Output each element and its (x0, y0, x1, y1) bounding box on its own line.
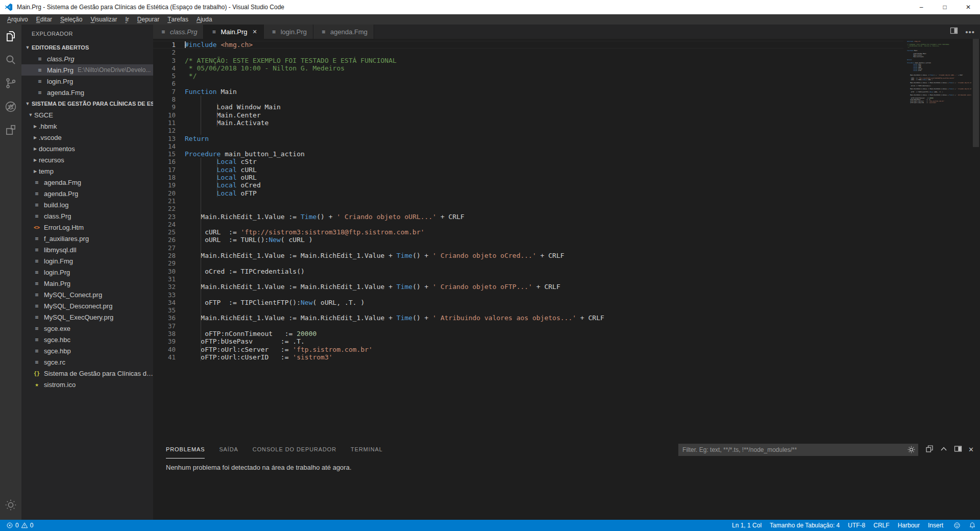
menu-depurar[interactable]: Depurar (133, 14, 163, 25)
code-line[interactable]: 36 Main.RichEdit_1.Value := Main.RichEdi… (153, 314, 903, 322)
file-item[interactable]: ≡login.Prg (21, 267, 153, 278)
code-line[interactable]: 14 (153, 142, 903, 150)
file-item[interactable]: ≡libmysql.dll (21, 244, 153, 255)
code-line[interactable]: 2 (153, 49, 903, 56)
file-item[interactable]: ≡sgce.hbp (21, 345, 153, 356)
file-item[interactable]: ≡agenda.Prg (21, 188, 153, 199)
code-line[interactable]: 32 Main.RichEdit_1.Value := Main.RichEdi… (153, 283, 903, 291)
file-item[interactable]: ≡MySQL_Desconect.prg (21, 300, 153, 311)
code-line[interactable]: 6 (153, 80, 903, 87)
code-line[interactable]: 31 (153, 275, 903, 283)
file-item[interactable]: ≡sgce.exe (21, 323, 153, 334)
code-line[interactable]: 38 oFTP:nConnTimeout := 20000 (153, 330, 903, 337)
file-item[interactable]: {}Sistema de Gestão para Clínicas de... (21, 368, 153, 379)
code-line[interactable]: 8 (153, 95, 903, 103)
code-line[interactable]: 27 (153, 244, 903, 252)
file-item[interactable]: ≡agenda.Fmg (21, 177, 153, 188)
close-tab-icon[interactable]: ✕ (253, 29, 257, 35)
search-icon[interactable] (0, 48, 21, 71)
menu-ajuda[interactable]: Ajuda (192, 14, 216, 25)
menu-editar[interactable]: Editar (32, 14, 56, 25)
tab-login-prg[interactable]: ≡login.Prg (264, 25, 313, 39)
filter-gear-icon[interactable] (907, 445, 916, 456)
menu-visualizar[interactable]: Visualizar (86, 14, 121, 25)
code-line[interactable]: 29 (153, 259, 903, 267)
code-line[interactable]: 24 (153, 221, 903, 228)
code-line[interactable]: 4 * 05/06/2018 10:00 - Nilton G. Medeiro… (153, 64, 903, 72)
code-line[interactable]: 30 oCred := TIPCredentials() (153, 268, 903, 275)
close-button[interactable]: ✕ (957, 0, 980, 14)
status-item-harbour[interactable]: Harbour (894, 520, 924, 531)
file-item[interactable]: ≡f_auxiliares.prg (21, 233, 153, 244)
code-line[interactable]: 7Function Main (153, 88, 903, 95)
file-item[interactable]: <>ErrorLog.Htm (21, 222, 153, 233)
move-panel-icon[interactable] (954, 445, 962, 455)
open-editor-item[interactable]: ≡agenda.Fmg (21, 87, 153, 98)
folder-item[interactable]: ▶temp (21, 165, 153, 177)
folder-item[interactable]: ▶.hbmk (21, 120, 153, 132)
notifications-bell-icon[interactable] (965, 520, 980, 531)
file-item[interactable]: ≡build.log (21, 199, 153, 210)
menu-arquivo[interactable]: Arquivo (3, 14, 32, 25)
code-line[interactable]: 10 Main.Center (153, 111, 903, 119)
code-line[interactable]: 22 (153, 205, 903, 212)
status-item-tamanho-de-tabula-o-4[interactable]: Tamanho de Tabulação: 4 (766, 520, 844, 531)
problems-status[interactable]: 0 0 (2, 520, 37, 531)
status-item-crlf[interactable]: CRLF (869, 520, 893, 531)
code-line[interactable]: 20 Local oFTP (153, 189, 903, 197)
code-line[interactable]: 11 Main.Activate (153, 119, 903, 127)
code-line[interactable]: 26 oURL := TURL():New( cURL ) (153, 236, 903, 244)
tab-agenda-fmg[interactable]: ≡agenda.Fmg (313, 25, 374, 39)
open-editors-header[interactable]: ▼ EDITORES ABERTOS (21, 42, 153, 53)
file-item[interactable]: ≡Main.Prg (21, 278, 153, 289)
workspace-header[interactable]: ▼ SISTEMA DE GESTÃO PARA CLÍNICAS DE ES.… (21, 98, 153, 109)
minimize-button[interactable]: – (910, 0, 933, 14)
code-line[interactable]: 12 (153, 127, 903, 134)
code-line[interactable]: 37 (153, 322, 903, 330)
file-item[interactable]: ≡MySQL_Conect.prg (21, 289, 153, 300)
code-line[interactable]: 19 Local oCred (153, 181, 903, 189)
folder-item[interactable]: ▶recursos (21, 154, 153, 165)
panel-tab-problemas[interactable]: PROBLEMAS (166, 441, 205, 458)
panel-tab-console-do-depurador[interactable]: CONSOLE DO DEPURADOR (253, 441, 336, 458)
panel-tab-terminal[interactable]: TERMINAL (351, 441, 383, 458)
file-item[interactable]: ★sistrom.ico (21, 379, 153, 390)
file-item[interactable]: ≡class.Prg (21, 210, 153, 222)
status-item-utf-8[interactable]: UTF-8 (844, 520, 869, 531)
settings-gear-icon[interactable] (0, 493, 21, 517)
minimap[interactable]: #include <hmg.ch>/* ATENÇÃO: ESTE EXEMPL… (907, 41, 971, 104)
code-line[interactable]: 3/* ATENÇÃO: ESTE EXEMPLO FOI TESTADO E … (153, 57, 903, 64)
tab-main-prg[interactable]: ≡Main.Prg✕ (204, 25, 263, 39)
tree-root-folder[interactable]: ▼SGCE (21, 109, 153, 120)
status-item-insert[interactable]: Insert (924, 520, 947, 531)
code-line[interactable]: 34 oFTP := TIPClientFTP():New( oURL, .T.… (153, 299, 903, 306)
split-editor-icon[interactable] (950, 27, 958, 37)
code-line[interactable]: 33 (153, 291, 903, 299)
feedback-smiley-icon[interactable] (949, 520, 965, 531)
folder-item[interactable]: ▶documentos (21, 143, 153, 154)
code-line[interactable]: 13Return (153, 135, 903, 142)
code-line[interactable]: 21 (153, 197, 903, 205)
code-line[interactable]: 17 Local cURL (153, 166, 903, 174)
menu-seleo[interactable]: Seleção (56, 14, 86, 25)
code-line[interactable]: 25 cURL := 'ftp://sistrom3:sistrom318@ft… (153, 228, 903, 236)
source-control-icon[interactable] (0, 71, 21, 95)
collapse-panels-icon[interactable] (925, 445, 934, 455)
menu-ir[interactable]: Ir (121, 14, 133, 25)
panel-tab-sa-da[interactable]: SAÍDA (219, 441, 238, 458)
problems-filter-input[interactable] (678, 444, 918, 456)
extensions-icon[interactable] (0, 118, 21, 142)
maximize-button[interactable]: □ (933, 0, 957, 14)
code-editor[interactable]: 1#include <hmg.ch>23/* ATENÇÃO: ESTE EXE… (153, 39, 980, 441)
file-item[interactable]: ≡sgce.rc (21, 356, 153, 368)
open-editor-item[interactable]: ≡login.Prg (21, 76, 153, 87)
code-line[interactable]: 23 Main.RichEdit_1.Value := Time() + ' C… (153, 213, 903, 221)
open-editor-item[interactable]: ≡class.Prg (21, 53, 153, 64)
file-item[interactable]: ≡login.Fmg (21, 255, 153, 267)
tab-class-prg[interactable]: ≡class.Prg (153, 25, 204, 39)
code-line[interactable]: 35 (153, 306, 903, 314)
maximize-panel-icon[interactable] (940, 445, 948, 455)
status-item-ln-1-1-col[interactable]: Ln 1, 1 Col (728, 520, 766, 531)
debug-icon[interactable] (0, 95, 21, 118)
code-line[interactable]: 18 Local oURL (153, 174, 903, 181)
